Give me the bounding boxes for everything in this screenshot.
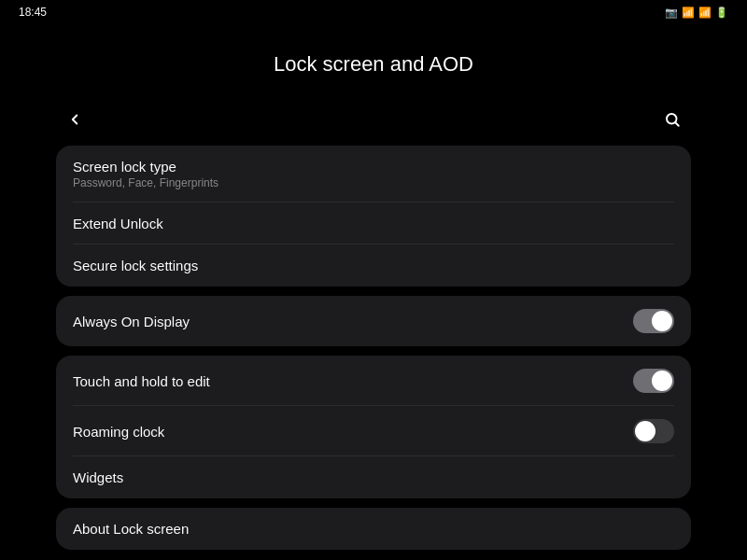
status-time: 18:45 (19, 6, 47, 19)
always-on-display-row: Always On Display (73, 309, 674, 333)
roaming-clock-toggle[interactable] (633, 419, 674, 443)
interaction-card: Touch and hold to edit Roaming clock Wid… (56, 356, 691, 498)
secure-lock-settings-title: Secure lock settings (73, 258, 674, 273)
wifi-icon: 📶 (682, 7, 695, 19)
always-on-display-title: Always On Display (73, 314, 190, 329)
back-button[interactable] (60, 105, 90, 134)
secure-lock-settings-item[interactable]: Secure lock settings (56, 245, 691, 287)
always-on-display-toggle-thumb (652, 311, 672, 331)
about-card[interactable]: About Lock screen (56, 508, 691, 550)
touch-hold-toggle-thumb (652, 371, 672, 391)
security-card: Screen lock type Password, Face, Fingerp… (56, 146, 691, 287)
roaming-clock-item[interactable]: Roaming clock (56, 406, 691, 456)
screen-lock-type-item[interactable]: Screen lock type Password, Face, Fingerp… (56, 146, 691, 203)
about-lock-screen-item[interactable]: About Lock screen (56, 508, 691, 550)
battery-icon: 🔋 (715, 7, 728, 19)
status-icons: 📷 📶 📶 🔋 (665, 7, 728, 19)
signal-icon: 📶 (698, 7, 712, 19)
screen-lock-type-title: Screen lock type (73, 159, 674, 175)
camera-icon: 📷 (665, 7, 678, 19)
about-lock-screen-title: About Lock screen (73, 521, 674, 537)
roaming-clock-row: Roaming clock (73, 419, 674, 443)
always-on-display-toggle[interactable] (633, 309, 674, 333)
touch-hold-item[interactable]: Touch and hold to edit (56, 356, 691, 406)
touch-hold-toggle[interactable] (633, 369, 674, 393)
always-on-display-item[interactable]: Always On Display (56, 296, 691, 346)
svg-line-1 (675, 122, 678, 125)
widgets-title: Widgets (73, 469, 674, 485)
extend-unlock-title: Extend Unlock (73, 216, 674, 231)
roaming-clock-title: Roaming clock (73, 424, 164, 440)
touch-hold-row: Touch and hold to edit (73, 369, 674, 393)
screen-lock-type-subtitle: Password, Face, Fingerprints (73, 176, 674, 189)
touch-hold-title: Touch and hold to edit (73, 373, 210, 389)
nav-row (56, 105, 691, 134)
display-card: Always On Display (56, 296, 691, 346)
page-title: Lock screen and AOD (0, 52, 747, 77)
search-button[interactable] (657, 105, 687, 134)
widgets-item[interactable]: Widgets (56, 456, 691, 498)
status-bar: 18:45 📷 📶 📶 🔋 (0, 0, 747, 24)
roaming-clock-toggle-thumb (635, 421, 655, 441)
extend-unlock-item[interactable]: Extend Unlock (56, 203, 691, 245)
main-content: Screen lock type Password, Face, Fingerp… (0, 105, 747, 550)
